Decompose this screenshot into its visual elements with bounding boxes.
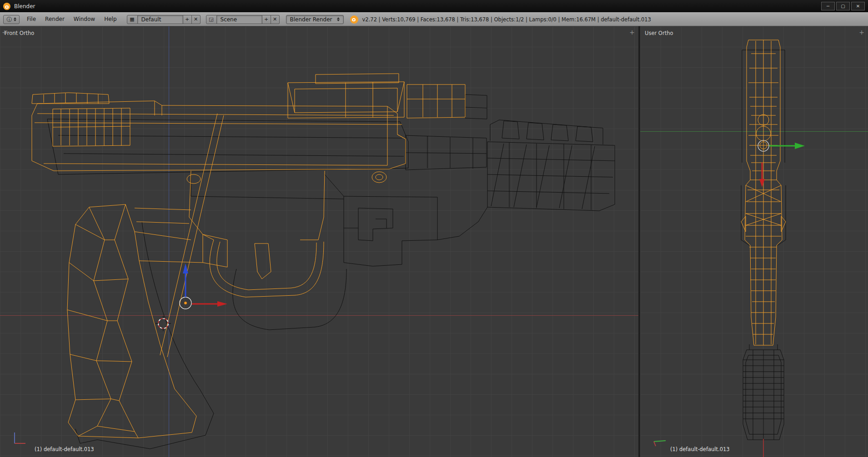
engine-dropdown-arrows-icon [337,17,340,21]
delete-layout-button[interactable]: ✕ [192,15,201,24]
sidebar-expand-icon[interactable]: + [629,29,635,35]
scene-browse-icon: ◲ [209,16,213,22]
pistol-object-selected[interactable] [32,74,465,438]
translate-manipulator-top[interactable] [758,140,805,187]
render-engine-value: Blender Render [290,16,332,23]
scene-stats: v2.72 | Verts:10,769 | Faces:13,678 | Tr… [362,16,651,23]
delete-scene-button[interactable]: ✕ [271,15,280,24]
mini-axis-gizmo [12,429,32,447]
menu-help[interactable]: Help [100,13,121,26]
translate-manipulator[interactable] [180,263,227,309]
layout-browse-icon: ▦ [130,16,134,22]
blender-logo-icon [3,3,10,10]
workspace: Front Ortho + + (1) default-default.013 [0,26,868,457]
menu-file[interactable]: File [22,13,40,26]
screen-layout-widget: ▦ Default + ✕ [127,15,201,24]
add-scene-button[interactable]: + [262,15,271,24]
active-object-label: (1) default-default.013 [670,446,730,452]
menu-window[interactable]: Window [69,13,100,26]
wireframe-pistol-top [640,26,868,457]
object-origin-dot [184,302,187,305]
editor-type-selector[interactable]: ⓘ [3,15,20,24]
minimize-button[interactable]: ─ [821,2,835,10]
browse-layouts-button[interactable]: ▦ [127,15,138,24]
editor-dropdown-arrows-icon [14,17,16,21]
blender-window: Blender ─ ▢ ✕ ⓘ File Render Window Help … [0,0,868,457]
browse-scenes-button[interactable]: ◲ [206,15,217,24]
render-engine-select[interactable]: Blender Render [286,15,344,24]
sidebar-expand-icon[interactable]: + [859,29,864,35]
toolbar-expand-icon[interactable]: + [2,29,7,35]
info-header: ⓘ File Render Window Help ▦ Default + ✕ … [0,12,868,26]
viewport-3d-user[interactable]: User Ortho + (1) default-default.013 [640,26,868,457]
menu-render[interactable]: Render [40,13,69,26]
pistol-object-unselected[interactable] [47,94,615,449]
add-layout-button[interactable]: + [183,15,192,24]
titlebar[interactable]: Blender ─ ▢ ✕ [0,0,868,12]
menubar: File Render Window Help [22,13,121,26]
viewport-3d-front[interactable]: Front Ortho + + (1) default-default.013 [0,26,638,457]
info-editor-icon: ⓘ [7,17,12,22]
close-button[interactable]: ✕ [851,2,865,10]
active-object-label: (1) default-default.013 [35,446,94,452]
window-controls: ─ ▢ ✕ [821,2,865,10]
blender-header-logo-icon [350,15,358,24]
view-name-label: Front Ortho [5,30,34,36]
window-title: Blender [14,3,35,10]
wireframe-pistol-side [0,26,638,457]
maximize-button[interactable]: ▢ [836,2,850,10]
mini-axis-gizmo [652,429,672,447]
layout-name-field[interactable]: Default [138,15,183,24]
scene-name-field[interactable]: Scene [217,15,262,24]
scene-widget: ◲ Scene + ✕ [206,15,280,24]
view-name-label: User Ortho [645,30,673,36]
pistol-object-selected-top[interactable] [741,40,786,345]
